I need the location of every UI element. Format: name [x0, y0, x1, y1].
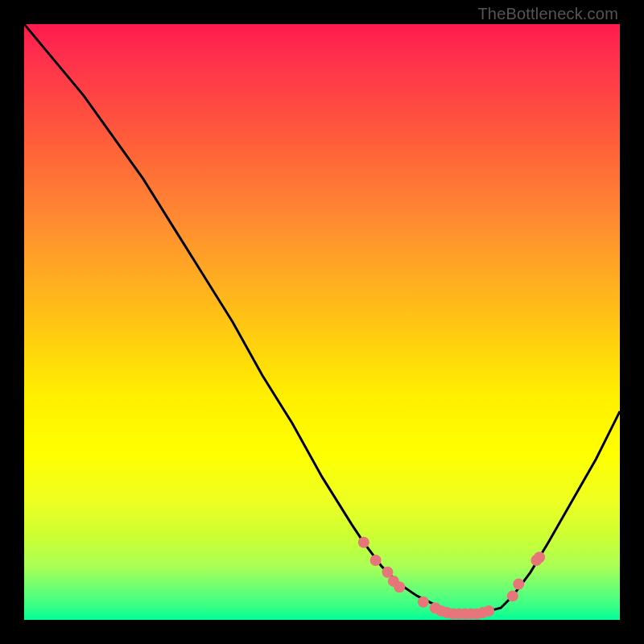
chart-svg	[24, 24, 620, 620]
data-point	[483, 605, 494, 617]
data-point	[358, 537, 369, 548]
data-point	[418, 597, 429, 608]
data-point	[394, 581, 405, 592]
watermark-text: TheBottleneck.com	[477, 5, 618, 23]
bottleneck-curve	[24, 24, 620, 614]
data-point	[370, 555, 382, 566]
chart-container: { "watermark": "TheBottleneck.com", "cha…	[0, 0, 644, 644]
scatter-points	[358, 537, 545, 620]
data-point	[507, 590, 518, 601]
plot-area	[24, 24, 620, 620]
data-point	[513, 579, 524, 590]
data-point	[534, 551, 545, 563]
